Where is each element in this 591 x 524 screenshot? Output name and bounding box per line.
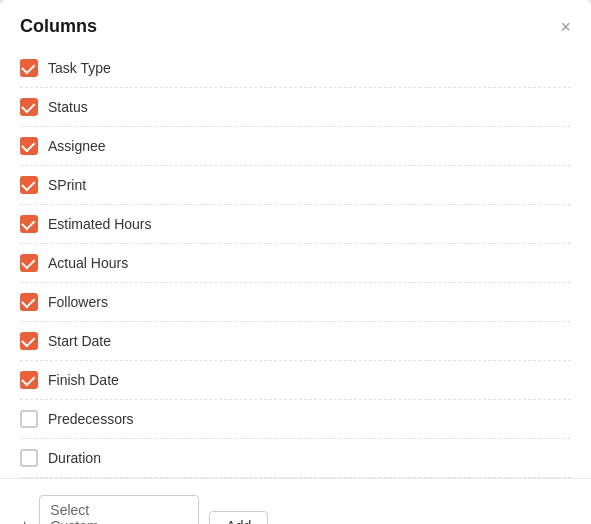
checkbox-9[interactable] (20, 410, 38, 428)
modal-title: Columns (20, 16, 97, 37)
checkbox-10[interactable] (20, 449, 38, 467)
table-row: Task Type (20, 49, 571, 88)
column-label-4: Estimated Hours (48, 216, 151, 232)
checkbox-4[interactable] (20, 215, 38, 233)
table-row: Actual Hours (20, 244, 571, 283)
column-list: Task TypeStatusAssigneeSPrintEstimated H… (0, 49, 591, 478)
checkbox-5[interactable] (20, 254, 38, 272)
columns-modal: Columns × Task TypeStatusAssigneeSPrintE… (0, 0, 591, 524)
checkbox-7[interactable] (20, 332, 38, 350)
column-label-10: Duration (48, 450, 101, 466)
table-row: Start Date (20, 322, 571, 361)
table-row: Status (20, 88, 571, 127)
checkbox-3[interactable] (20, 176, 38, 194)
table-row: Finish Date (20, 361, 571, 400)
chevron-down-icon: ▾ (122, 521, 188, 525)
column-label-7: Start Date (48, 333, 111, 349)
column-label-3: SPrint (48, 177, 86, 193)
table-row: Predecessors (20, 400, 571, 439)
table-row: SPrint (20, 166, 571, 205)
column-label-0: Task Type (48, 60, 111, 76)
custom-field-row: + Select Custom Field ▾ Add (0, 478, 591, 524)
column-label-5: Actual Hours (48, 255, 128, 271)
checkbox-6[interactable] (20, 293, 38, 311)
table-row: Followers (20, 283, 571, 322)
column-label-6: Followers (48, 294, 108, 310)
custom-field-label: Select Custom Field (50, 502, 116, 524)
plus-icon[interactable]: + (20, 517, 29, 524)
checkbox-0[interactable] (20, 59, 38, 77)
modal-header: Columns × (0, 0, 591, 49)
checkbox-1[interactable] (20, 98, 38, 116)
checkbox-2[interactable] (20, 137, 38, 155)
close-icon[interactable]: × (560, 18, 571, 36)
column-label-1: Status (48, 99, 88, 115)
column-label-8: Finish Date (48, 372, 119, 388)
add-button[interactable]: Add (209, 511, 268, 524)
table-row: Estimated Hours (20, 205, 571, 244)
column-label-9: Predecessors (48, 411, 134, 427)
custom-field-select[interactable]: Select Custom Field ▾ (39, 495, 199, 524)
column-label-2: Assignee (48, 138, 106, 154)
table-row: Assignee (20, 127, 571, 166)
table-row: Duration (20, 439, 571, 478)
checkbox-8[interactable] (20, 371, 38, 389)
